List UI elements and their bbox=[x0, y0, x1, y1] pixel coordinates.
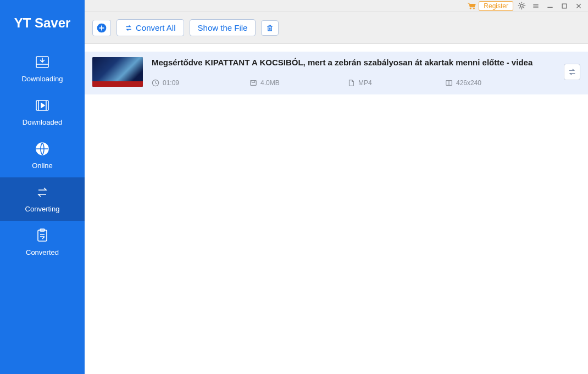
disk-icon bbox=[249, 79, 257, 87]
list-item[interactable]: Megsértődve KIPATTANT A KOCSIBÓL, mert a… bbox=[85, 52, 588, 94]
loop-icon bbox=[568, 68, 576, 76]
globe-icon bbox=[34, 141, 51, 157]
item-body: Megsértődve KIPATTANT A KOCSIBÓL, mert a… bbox=[152, 57, 555, 87]
sidebar-item-label: Converted bbox=[26, 248, 59, 256]
thumbnail bbox=[92, 57, 143, 87]
clock-icon bbox=[152, 79, 159, 87]
sidebar-item-converting[interactable]: Converting bbox=[0, 177, 85, 221]
svg-point-8 bbox=[470, 8, 471, 9]
main-area: Register Convert All Show the File bbox=[85, 0, 588, 374]
svg-rect-6 bbox=[38, 230, 47, 241]
add-button[interactable] bbox=[92, 20, 111, 36]
sidebar-item-label: Online bbox=[32, 161, 53, 170]
video-icon bbox=[34, 97, 51, 114]
clipboard-icon bbox=[34, 227, 51, 244]
sidebar-item-online[interactable]: Online bbox=[0, 134, 85, 177]
content: Megsértődve KIPATTANT A KOCSIBÓL, mert a… bbox=[85, 44, 588, 374]
minimize-button[interactable] bbox=[543, 1, 557, 12]
file-icon bbox=[347, 79, 355, 87]
meta-size: 4.0MB bbox=[249, 79, 347, 87]
convert-icon bbox=[34, 184, 51, 200]
maximize-button[interactable] bbox=[557, 1, 572, 12]
settings-icon[interactable] bbox=[514, 1, 529, 12]
menu-icon[interactable] bbox=[529, 1, 543, 12]
meta-duration: 01:09 bbox=[152, 79, 249, 87]
svg-point-10 bbox=[520, 4, 523, 7]
register-button[interactable]: Register bbox=[479, 1, 513, 11]
show-file-button[interactable]: Show the File bbox=[190, 19, 256, 36]
resolution-icon bbox=[445, 79, 453, 87]
svg-point-9 bbox=[474, 8, 475, 9]
close-button[interactable] bbox=[572, 1, 586, 12]
show-file-label: Show the File bbox=[198, 23, 248, 32]
convert-all-button[interactable]: Convert All bbox=[117, 19, 184, 36]
meta-resolution: 426x240 bbox=[445, 79, 543, 87]
sidebar: YT Saver Downloading Downloaded Online C… bbox=[0, 0, 85, 374]
delete-button[interactable] bbox=[261, 20, 279, 36]
item-meta: 01:09 4.0MB MP4 426x240 bbox=[152, 79, 555, 87]
sidebar-item-label: Downloading bbox=[21, 75, 63, 83]
titlebar: Register bbox=[85, 0, 588, 12]
sidebar-item-downloading[interactable]: Downloading bbox=[0, 47, 85, 91]
cart-icon[interactable] bbox=[464, 2, 479, 10]
download-icon bbox=[34, 54, 51, 70]
sidebar-item-converted[interactable]: Converted bbox=[0, 221, 85, 264]
app-title: YT Saver bbox=[0, 0, 85, 47]
sidebar-item-downloaded[interactable]: Downloaded bbox=[0, 91, 85, 134]
svg-rect-15 bbox=[562, 4, 567, 8]
item-title: Megsértődve KIPATTANT A KOCSIBÓL, mert a… bbox=[152, 57, 555, 68]
convert-item-button[interactable] bbox=[564, 64, 580, 80]
svg-rect-22 bbox=[251, 80, 257, 85]
meta-format: MP4 bbox=[347, 79, 445, 87]
toolbar: Convert All Show the File bbox=[85, 12, 588, 44]
convert-all-label: Convert All bbox=[136, 23, 176, 32]
sidebar-item-label: Downloaded bbox=[23, 118, 62, 126]
sidebar-item-label: Converting bbox=[25, 205, 60, 213]
